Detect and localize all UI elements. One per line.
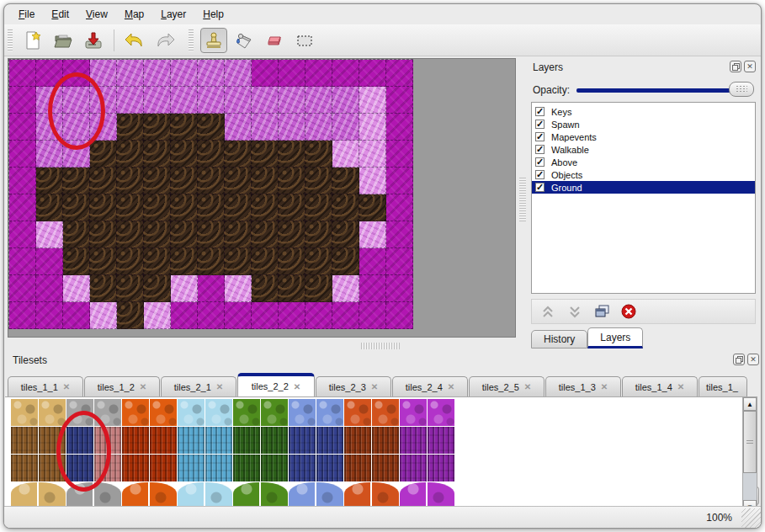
- map-tile[interactable]: [9, 248, 36, 275]
- map-tile[interactable]: [332, 114, 359, 141]
- map-tile[interactable]: [279, 141, 305, 168]
- map-tile[interactable]: [279, 194, 305, 221]
- float-panel-icon[interactable]: [730, 61, 741, 72]
- tileset-tile[interactable]: [233, 427, 260, 454]
- tileset-blob-tile[interactable]: [344, 482, 399, 508]
- layer-row-mapevents[interactable]: ✓Mapevents: [532, 130, 755, 143]
- map-tile[interactable]: [144, 194, 171, 221]
- map-tile[interactable]: [63, 221, 90, 248]
- tileset-tab-tiles_2_4[interactable]: tiles_2_4✕: [392, 376, 468, 396]
- tileset-tile[interactable]: [289, 455, 316, 481]
- map-tile[interactable]: [90, 87, 117, 114]
- tileset-tile[interactable]: [372, 399, 399, 426]
- map-tile[interactable]: [305, 275, 332, 302]
- map-tile[interactable]: [198, 302, 225, 329]
- map-tile[interactable]: [90, 221, 117, 248]
- map-tile[interactable]: [63, 275, 90, 302]
- menu-file[interactable]: File: [11, 6, 42, 23]
- map-tile[interactable]: [198, 87, 225, 114]
- map-tile[interactable]: [359, 275, 386, 302]
- layer-visibility-checkbox[interactable]: ✓: [535, 107, 545, 116]
- map-tile[interactable]: [198, 248, 225, 275]
- map-tile[interactable]: [117, 248, 144, 275]
- map-tile[interactable]: [359, 60, 386, 87]
- tileset-tile[interactable]: [261, 399, 288, 426]
- map-tile[interactable]: [225, 275, 252, 302]
- map-tile[interactable]: [332, 168, 359, 194]
- map-tile[interactable]: [36, 194, 63, 221]
- map-tile[interactable]: [252, 141, 279, 168]
- map-tile[interactable]: [305, 248, 332, 275]
- map-tile[interactable]: [171, 221, 198, 248]
- tileset-tab-tiles_1_1[interactable]: tiles_1_1✕: [8, 376, 83, 396]
- map-tile[interactable]: [386, 114, 413, 141]
- tileset-tile[interactable]: [316, 399, 343, 426]
- map-tile[interactable]: [36, 114, 63, 141]
- vertical-splitter[interactable]: [519, 178, 526, 221]
- tileset-tile[interactable]: [261, 427, 288, 454]
- tileset-tile[interactable]: [261, 455, 288, 481]
- tileset-tile[interactable]: [178, 399, 205, 426]
- tileset-tile[interactable]: [428, 427, 454, 454]
- tileset-tab-tiles_2_5[interactable]: tiles_2_5✕: [469, 376, 545, 396]
- tileset-tile[interactable]: [344, 399, 371, 426]
- tileset-tab-tiles_1_3[interactable]: tiles_1_3✕: [545, 376, 621, 396]
- map-tile[interactable]: [144, 168, 171, 194]
- map-view[interactable]: [8, 58, 516, 338]
- map-tile[interactable]: [9, 221, 36, 248]
- map-tile[interactable]: [332, 141, 359, 168]
- map-tile[interactable]: [36, 60, 63, 87]
- tileset-tile-selected[interactable]: [66, 455, 93, 481]
- map-tile[interactable]: [144, 248, 171, 275]
- map-tile[interactable]: [225, 302, 252, 329]
- map-tile[interactable]: [198, 221, 225, 248]
- map-tile[interactable]: [305, 221, 332, 248]
- layer-visibility-checkbox[interactable]: ✓: [535, 120, 545, 129]
- map-tile[interactable]: [225, 60, 252, 87]
- fill-tool-button[interactable]: [231, 28, 258, 53]
- tileset-tile[interactable]: [344, 427, 371, 454]
- map-tile[interactable]: [144, 114, 171, 141]
- map-tile[interactable]: [252, 275, 279, 302]
- layer-row-ground[interactable]: ✓Ground: [532, 181, 755, 194]
- map-tile[interactable]: [386, 87, 413, 114]
- map-tile[interactable]: [36, 87, 63, 114]
- undo-button[interactable]: [121, 28, 148, 53]
- tileset-tile[interactable]: [66, 399, 93, 426]
- map-tile[interactable]: [305, 302, 332, 329]
- map-tile[interactable]: [9, 194, 36, 221]
- tab-layers[interactable]: Layers: [587, 327, 643, 348]
- layer-list[interactable]: ✓Keys✓Spawn✓Mapevents✓Walkable✓Above✓Obj…: [531, 102, 756, 294]
- tileset-tile[interactable]: [205, 455, 232, 481]
- tileset-blob-tile[interactable]: [233, 482, 288, 508]
- close-tab-icon[interactable]: ✕: [371, 382, 378, 391]
- map-tile[interactable]: [117, 194, 144, 221]
- close-tab-icon[interactable]: ✕: [448, 382, 454, 391]
- map-tile[interactable]: [117, 141, 144, 168]
- tileset-tile[interactable]: [178, 427, 205, 454]
- map-tile[interactable]: [117, 221, 144, 248]
- tileset-blob-tile[interactable]: [66, 482, 121, 508]
- map-tile[interactable]: [171, 302, 198, 329]
- map-tile[interactable]: [305, 194, 332, 221]
- map-tile[interactable]: [117, 168, 144, 194]
- tileset-blob-tile[interactable]: [289, 482, 343, 508]
- tileset-tile[interactable]: [233, 455, 260, 481]
- tileset-tile[interactable]: [122, 427, 149, 454]
- menu-help[interactable]: Help: [195, 6, 231, 23]
- map-tile[interactable]: [90, 275, 117, 302]
- float-tilesets-icon[interactable]: [733, 354, 745, 365]
- map-tile[interactable]: [359, 221, 386, 248]
- map-tile[interactable]: [332, 275, 359, 302]
- map-tile[interactable]: [279, 275, 305, 302]
- map-tile[interactable]: [198, 168, 225, 194]
- map-tile[interactable]: [171, 275, 198, 302]
- map-tile[interactable]: [9, 275, 36, 302]
- map-tile[interactable]: [198, 275, 225, 302]
- map-tile[interactable]: [144, 60, 171, 87]
- map-tile[interactable]: [386, 60, 413, 87]
- map-tile[interactable]: [144, 141, 171, 168]
- map-tile[interactable]: [225, 194, 252, 221]
- map-tile[interactable]: [225, 114, 252, 141]
- tileset-tile[interactable]: [39, 427, 66, 454]
